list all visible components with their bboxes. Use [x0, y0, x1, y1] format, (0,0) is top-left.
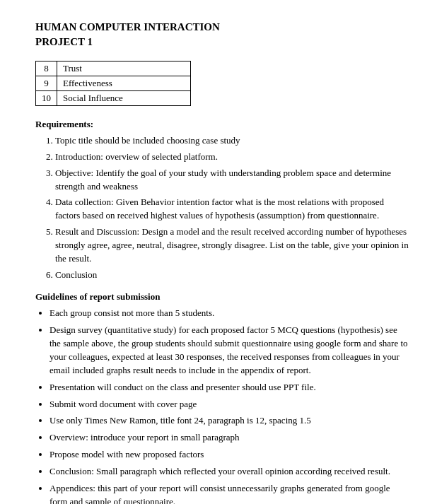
row-num: 10	[36, 91, 57, 106]
guideline-item: Presentation will conduct on the class a…	[49, 381, 409, 394]
guideline-item: Conclusion: Small paragraph which reflec…	[49, 465, 409, 479]
guidelines-title: Guidelines of report submission	[35, 291, 409, 303]
guideline-item: Appendices: this part of your report wil…	[49, 482, 409, 504]
table-row: 9Effectiveness	[36, 76, 191, 91]
guideline-item: Propose model with new proposed factors	[49, 448, 409, 462]
guideline-item: Design survey (quantitative study) for e…	[49, 324, 409, 377]
row-label: Trust	[57, 61, 191, 76]
data-table: 8Trust9Effectiveness10Social Influence	[35, 61, 191, 106]
table-row: 10Social Influence	[36, 91, 191, 106]
requirements-label: Requirements:	[35, 119, 409, 130]
sub-title: PROJECT 1	[35, 36, 409, 48]
guideline-item: Overview: introduce your report in small…	[49, 431, 409, 445]
row-num: 9	[36, 76, 57, 91]
requirement-item: Conclusion	[55, 269, 409, 282]
guideline-item: Submit word document with cover page	[49, 398, 409, 411]
row-label: Social Influence	[57, 91, 191, 106]
guideline-item: Each group consist not more than 5 stude…	[49, 307, 409, 320]
requirement-item: Topic title should be included choosing …	[55, 134, 409, 148]
requirement-item: Result and Discussion: Design a model an…	[55, 225, 409, 266]
requirement-item: Data collection: Given Behavior intentio…	[55, 196, 409, 223]
requirements-list: Topic title should be included choosing …	[55, 134, 409, 281]
requirement-item: Objective: Identify the goal of your stu…	[55, 167, 409, 194]
main-title: HUMAN COMPUTER INTERACTION	[35, 21, 409, 33]
table-row: 8Trust	[36, 61, 191, 76]
guideline-item: Use only Times New Ramon, title font 24,…	[49, 414, 409, 428]
requirement-item: Introduction: overview of selected platf…	[55, 151, 409, 164]
row-label: Effectiveness	[57, 76, 191, 91]
row-num: 8	[36, 61, 57, 76]
guidelines-list: Each group consist not more than 5 stude…	[49, 307, 409, 504]
